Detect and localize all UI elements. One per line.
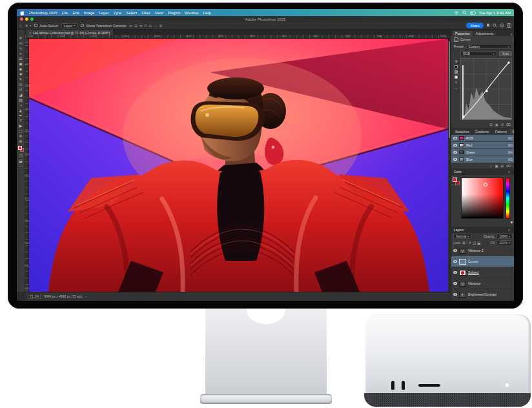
layer-row[interactable]: Subject bbox=[451, 267, 514, 278]
marquee-tool[interactable]: ▭ bbox=[19, 41, 23, 46]
tab-properties[interactable]: Properties bbox=[453, 31, 473, 36]
menu-item[interactable]: Filter bbox=[141, 11, 150, 15]
menu-bar-clock[interactable]: Tue Apr 1 9:41 AM bbox=[479, 11, 511, 15]
apple-menu-icon[interactable] bbox=[20, 10, 25, 15]
lock-all-icon[interactable]: ⬓ bbox=[477, 241, 480, 245]
menu-item[interactable]: View bbox=[154, 11, 163, 15]
notifications-bell-icon[interactable] bbox=[486, 23, 490, 28]
close-tab-icon[interactable]: × bbox=[29, 31, 31, 35]
visibility-icon[interactable]: ◉ bbox=[495, 123, 498, 127]
shape-tool[interactable]: ▢ bbox=[19, 129, 23, 134]
panel-menu-icon[interactable]: ≡ bbox=[508, 170, 510, 174]
align-bottom-icon[interactable]: ⊔ bbox=[149, 24, 152, 28]
align-right-icon[interactable]: ⊐ bbox=[139, 24, 143, 28]
canvas[interactable] bbox=[29, 39, 448, 292]
curves-plot[interactable] bbox=[460, 58, 512, 120]
align-left-icon[interactable]: ⊏ bbox=[130, 24, 133, 28]
layer-name[interactable]: Vibrance 2 bbox=[468, 249, 484, 252]
foreground-background-swatches[interactable] bbox=[18, 146, 24, 152]
crop-tool[interactable]: ⊞ bbox=[19, 57, 22, 61]
target-mode-dropdown[interactable]: Layer▾ bbox=[61, 23, 78, 28]
visibility-eye-icon[interactable] bbox=[453, 144, 457, 147]
align-top-icon[interactable]: ⊓ bbox=[144, 24, 147, 28]
smooth-curve-icon[interactable]: ~ bbox=[455, 87, 457, 90]
auto-select-checkbox[interactable]: Auto-Select bbox=[34, 24, 57, 28]
save-selection-icon[interactable]: ▣ bbox=[495, 164, 498, 168]
menu-item[interactable]: Plugins bbox=[167, 11, 180, 15]
panel-menu-icon[interactable]: ≡ bbox=[508, 228, 510, 232]
share-button[interactable]: Share bbox=[466, 23, 484, 28]
healing-brush-tool[interactable]: ✚ bbox=[19, 72, 22, 77]
tab-patterns[interactable]: Patterns bbox=[492, 129, 509, 134]
brush-tool[interactable]: ✎ bbox=[19, 77, 22, 82]
layer-thumbnail[interactable]: ◡ bbox=[459, 259, 466, 265]
channel-item[interactable]: RGB ⌘2 bbox=[451, 135, 514, 141]
channel-dropdown[interactable]: RGB ▾ bbox=[460, 51, 497, 56]
channel-item[interactable]: Blue ⌘5 bbox=[451, 156, 514, 163]
lasso-tool[interactable]: ∿ bbox=[19, 46, 22, 51]
lock-pixels-icon[interactable]: ∕ bbox=[467, 241, 467, 245]
home-icon[interactable]: ⌂ bbox=[19, 23, 22, 28]
hue-slider[interactable] bbox=[506, 178, 510, 219]
visibility-eye-icon[interactable] bbox=[453, 158, 457, 161]
tab-adjustments[interactable]: Adjustments bbox=[473, 31, 496, 36]
dodge-tool[interactable]: ◭ bbox=[19, 108, 23, 113]
visibility-eye-icon[interactable] bbox=[453, 260, 457, 263]
gradient-tool[interactable]: ▨ bbox=[19, 98, 23, 103]
layer-row[interactable]: ▽ Vibrance bbox=[451, 278, 514, 289]
fill-dropdown[interactable]: 100%▾ bbox=[496, 240, 513, 245]
delete-channel-icon[interactable]: ⌦ bbox=[506, 164, 511, 168]
visibility-eye-icon[interactable] bbox=[453, 271, 457, 274]
hand-tool[interactable]: ✣ bbox=[19, 134, 22, 139]
visibility-eye-icon[interactable] bbox=[453, 293, 457, 296]
visibility-eye-icon[interactable] bbox=[453, 137, 457, 139]
move-tool-option[interactable]: ✛▾ bbox=[25, 24, 32, 28]
workspace-switcher-icon[interactable] bbox=[507, 23, 511, 28]
screen-mode-icon[interactable]: ⋯ bbox=[19, 164, 23, 168]
object-selection-tool[interactable]: ⌖ bbox=[19, 52, 21, 56]
color-picker-cursor[interactable] bbox=[484, 183, 487, 187]
move-tool[interactable]: ✛ bbox=[19, 36, 22, 41]
curve-pencil-icon[interactable]: ✎ bbox=[455, 81, 458, 85]
type-tool[interactable]: T bbox=[19, 119, 22, 123]
layer-name[interactable]: Brightness/Contrast bbox=[468, 292, 496, 296]
layer-row[interactable]: ▽ Vibrance 2 bbox=[451, 245, 514, 256]
layer-row[interactable]: Background bbox=[451, 300, 514, 301]
menu-item[interactable]: Select bbox=[126, 11, 137, 15]
clip-to-layer-icon[interactable]: ⊟ bbox=[489, 123, 493, 127]
layer-thumbnail[interactable]: ▽ bbox=[459, 248, 466, 254]
align-center-icon[interactable]: ⊟ bbox=[134, 24, 138, 28]
visibility-eye-icon[interactable] bbox=[453, 249, 457, 252]
menu-item[interactable]: Type bbox=[113, 11, 121, 15]
quick-mask-icon[interactable]: ⬓ bbox=[19, 159, 23, 163]
zoom-level-field[interactable]: 71.1% bbox=[28, 294, 41, 299]
saturation-square[interactable] bbox=[461, 178, 504, 219]
layer-thumbnail[interactable]: ◐ bbox=[459, 292, 466, 298]
search-icon[interactable] bbox=[493, 23, 497, 28]
document-tab[interactable]: × Fall-Winter-Collection.psd @ 71.1% (Cu… bbox=[26, 30, 113, 35]
edit-toolbar-icon[interactable]: ◳ bbox=[19, 154, 23, 158]
menu-item[interactable]: Photoshop 2025 bbox=[29, 11, 57, 15]
show-transform-checkbox[interactable]: Show Transform Controls bbox=[81, 24, 126, 28]
control-center-icon[interactable] bbox=[470, 11, 476, 15]
layer-name[interactable]: Subject bbox=[468, 270, 479, 274]
menu-item[interactable]: Window bbox=[185, 11, 198, 15]
lock-position-icon[interactable]: ✛ bbox=[468, 241, 471, 245]
gray-point-eyedropper-icon[interactable] bbox=[455, 70, 458, 74]
frame-tool[interactable]: ▣ bbox=[19, 62, 23, 66]
discover-icon[interactable] bbox=[500, 23, 504, 28]
spotlight-search-icon[interactable] bbox=[462, 10, 467, 15]
status-chevron-icon[interactable]: › bbox=[85, 294, 87, 298]
visibility-eye-icon[interactable] bbox=[453, 151, 457, 154]
layer-name[interactable]: Curves bbox=[468, 260, 478, 263]
panel-resize-handle[interactable] bbox=[511, 221, 513, 223]
channel-item[interactable]: Red ⌘3 bbox=[451, 142, 514, 148]
preset-dropdown[interactable]: Custom ▾ bbox=[466, 44, 512, 49]
targeted-adjustment-icon[interactable]: ✜ bbox=[455, 59, 458, 63]
menu-item[interactable]: Image bbox=[84, 11, 95, 15]
menu-item[interactable]: File bbox=[62, 11, 68, 15]
menu-item[interactable]: Help bbox=[203, 11, 210, 15]
channel-item[interactable]: Green ⌘4 bbox=[451, 149, 514, 156]
reset-icon[interactable]: ↺ bbox=[501, 123, 504, 127]
layer-row[interactable]: ◡ Curves bbox=[451, 256, 514, 267]
